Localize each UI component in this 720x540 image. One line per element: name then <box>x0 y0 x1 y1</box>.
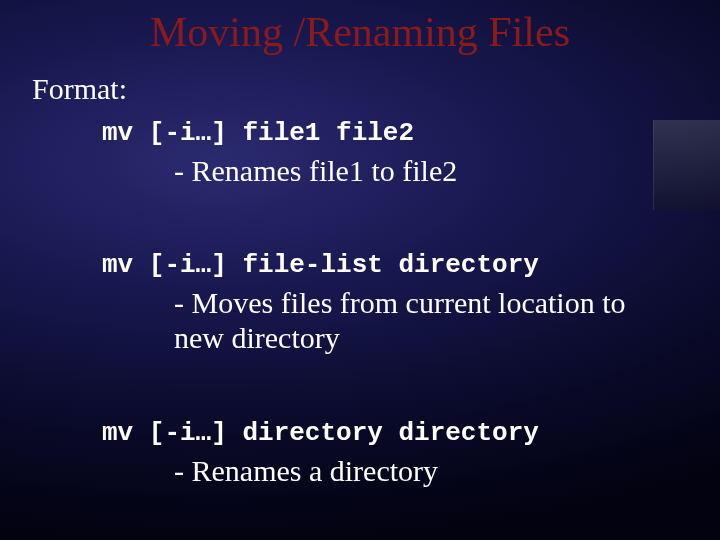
slide-title: Moving /Renaming Files <box>0 8 720 56</box>
format-item-1: mv [-i…] file1 file2 - Renames file1 to … <box>102 118 680 189</box>
slide: Moving /Renaming Files Format: mv [-i…] … <box>0 0 720 540</box>
command-text: mv [-i…] file1 file2 <box>102 118 680 148</box>
command-text: mv [-i…] directory directory <box>102 418 680 448</box>
command-text: mv [-i…] file-list directory <box>102 250 680 280</box>
command-desc: - Moves files from current location to n… <box>174 286 654 355</box>
command-desc: - Renames file1 to file2 <box>174 154 654 189</box>
format-item-2: mv [-i…] file-list directory - Moves fil… <box>102 250 680 355</box>
format-label: Format: <box>32 72 127 106</box>
command-desc: - Renames a directory <box>174 454 654 489</box>
format-item-3: mv [-i…] directory directory - Renames a… <box>102 418 680 489</box>
